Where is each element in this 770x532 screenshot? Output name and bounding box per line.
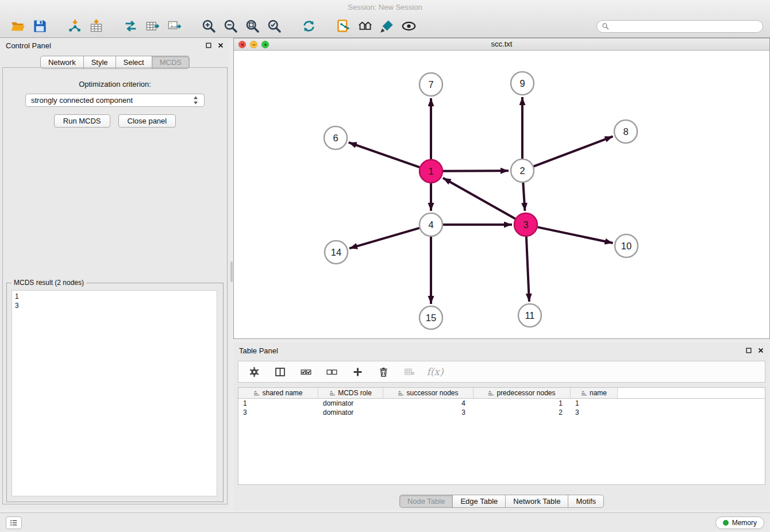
column-header-successor-nodes[interactable]: successor nodes (383, 388, 473, 398)
refresh-layout-button[interactable] (298, 17, 319, 36)
search-icon (602, 22, 609, 30)
graph-edge-2-3[interactable] (523, 183, 525, 211)
column-header-name[interactable]: name (571, 388, 618, 398)
save-session-button[interactable] (29, 17, 51, 36)
column-header-predecessor-nodes[interactable]: predecessor nodes (473, 388, 571, 398)
table-row[interactable]: 3dominator323 (238, 408, 765, 417)
export-image-button[interactable] (163, 17, 185, 36)
column-header-shared-name[interactable]: shared name (238, 388, 318, 398)
import-table-icon (88, 18, 104, 34)
float-table-panel-icon[interactable] (745, 347, 752, 354)
graph-edge-3-11[interactable] (526, 237, 529, 302)
zoom-selected-button[interactable] (263, 17, 285, 36)
function-builder-button[interactable]: f(x) (428, 363, 442, 380)
zoom-selected-icon (267, 18, 282, 34)
graph-node-label: 10 (621, 241, 632, 251)
graph-edge-2-8[interactable] (534, 136, 613, 166)
show-details-button[interactable] (398, 17, 419, 36)
graph-node-label: 7 (428, 79, 433, 90)
import-network-icon (67, 18, 82, 34)
minimize-window-button[interactable] (250, 41, 257, 48)
graph-node-label: 6 (333, 133, 338, 143)
search-input[interactable] (612, 22, 758, 30)
close-icon (240, 43, 245, 47)
memory-status-icon (723, 520, 729, 526)
graph-edge-4-14[interactable] (349, 228, 419, 248)
table-cell-filler (618, 408, 765, 417)
expand-icon (263, 43, 268, 47)
open-session-button[interactable] (7, 17, 29, 36)
table-cell: 2 (473, 408, 571, 417)
style-brush-icon (379, 18, 395, 34)
run-mcds-button[interactable]: Run MCDS (54, 114, 110, 128)
deselect-all-button[interactable] (324, 363, 339, 380)
node-table-body: 1dominator4113dominator323 (238, 399, 765, 417)
memory-button[interactable]: Memory (715, 516, 764, 529)
list-icon (9, 518, 19, 528)
graph-node-label: 11 (525, 310, 534, 321)
panel-splitter[interactable] (230, 261, 233, 282)
graph-edge-3-10[interactable] (538, 227, 613, 243)
zoom-window-button[interactable] (261, 41, 269, 48)
table-cell: 3 (238, 408, 318, 417)
export-table-button[interactable] (141, 17, 163, 36)
zoom-fit-button[interactable] (241, 17, 263, 36)
graph-edge-3-1[interactable] (443, 178, 515, 219)
select-all-button[interactable] (298, 363, 313, 380)
unchecked-boxes-icon (326, 366, 338, 378)
tab-node-table[interactable]: Node Table (399, 495, 453, 508)
mcds-result-box: MCDS result (2 nodes) 13 (6, 283, 224, 502)
close-table-panel-icon[interactable] (757, 347, 764, 354)
show-columns-button[interactable] (272, 363, 287, 380)
column-header-MCDS-role[interactable]: MCDS role (318, 388, 383, 398)
gear-icon (248, 366, 260, 378)
create-column-button[interactable] (350, 363, 365, 380)
task-history-button[interactable] (6, 516, 22, 529)
close-panel-icon[interactable] (217, 42, 224, 49)
network-file-button[interactable] (332, 17, 354, 36)
style-brush-button[interactable] (376, 17, 398, 36)
table-cell: 1 (238, 399, 318, 408)
home-button[interactable] (354, 17, 376, 36)
graph-edge-1-2[interactable] (443, 171, 509, 171)
table-mode-button[interactable] (247, 363, 261, 380)
network-file-icon (336, 18, 351, 34)
control-panel-title: Control Panel (6, 41, 51, 50)
graph-node-label: 4 (428, 219, 433, 230)
network-window-titlebar[interactable]: scc.txt (234, 38, 769, 51)
zoom-in-icon (201, 18, 217, 34)
table-cell: 3 (383, 408, 473, 417)
table-row[interactable]: 1dominator411 (238, 399, 765, 408)
tab-network-table[interactable]: Network Table (505, 495, 568, 508)
export-network-button[interactable] (120, 17, 141, 36)
table-panel: Table Panel (233, 343, 770, 510)
window-title: Session: New Session (0, 0, 770, 15)
search-box (596, 20, 763, 33)
import-table-button[interactable] (85, 17, 107, 36)
mcds-result-list[interactable]: 13 (11, 290, 217, 496)
optimization-criterion-label: Optimization criterion: (3, 80, 227, 88)
tab-edge-table[interactable]: Edge Table (452, 495, 506, 508)
tab-motifs[interactable]: Motifs (568, 495, 604, 508)
table-cell: dominator (318, 408, 383, 417)
graph-node-label: 3 (523, 219, 528, 230)
graph-node-label: 1 (428, 166, 433, 176)
close-panel-button[interactable]: Close panel (118, 114, 176, 128)
open-folder-icon (10, 18, 26, 34)
delete-table-button[interactable] (402, 363, 417, 380)
graph-edge-1-6[interactable] (349, 142, 420, 167)
network-canvas[interactable]: 7968124314101511 (234, 51, 769, 338)
close-window-button[interactable] (238, 41, 246, 48)
graph-node-label: 15 (426, 313, 436, 323)
memory-label: Memory (732, 519, 757, 527)
column-header-filler (618, 388, 765, 398)
zoom-in-button[interactable] (198, 17, 220, 36)
import-network-button[interactable] (63, 17, 85, 36)
optimization-criterion-select[interactable]: strongly connected component (25, 94, 205, 107)
network-graph[interactable]: 7968124314101511 (234, 51, 769, 338)
delete-column-button[interactable] (376, 363, 391, 380)
node-table: shared nameMCDS rolesuccessor nodesprede… (238, 387, 765, 485)
home-icon (357, 18, 373, 34)
float-panel-icon[interactable] (205, 42, 212, 49)
zoom-out-button[interactable] (220, 17, 241, 36)
